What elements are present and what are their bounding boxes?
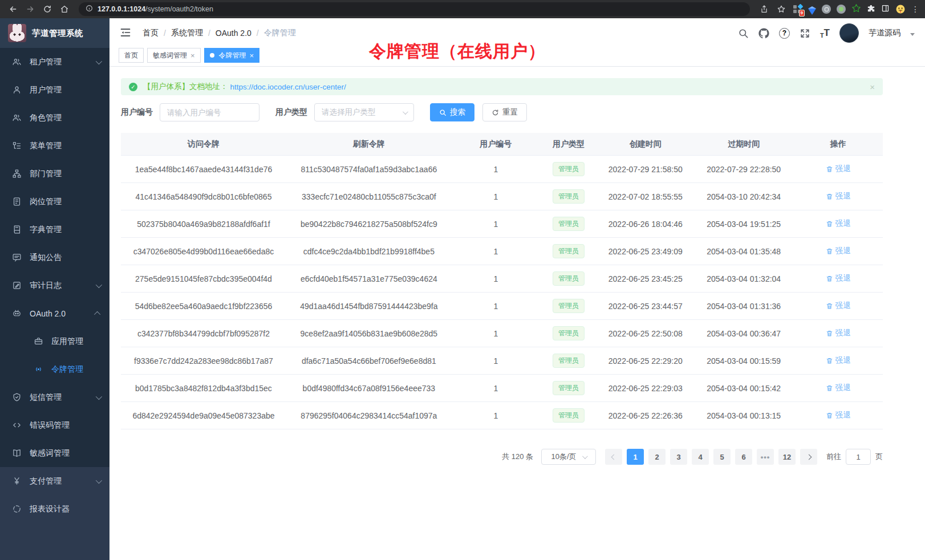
collapse-menu-icon[interactable] bbox=[120, 27, 132, 39]
sidebar-item-user[interactable]: 用户管理 bbox=[0, 76, 109, 104]
force-logout-button[interactable]: 强退 bbox=[826, 191, 851, 201]
github-icon[interactable] bbox=[758, 28, 769, 39]
font-size-icon[interactable]: TT bbox=[820, 27, 830, 39]
force-logout-button[interactable]: 强退 bbox=[826, 273, 851, 283]
alert-close-icon[interactable]: × bbox=[870, 82, 875, 92]
action-cell: 强退 bbox=[794, 246, 883, 257]
gem-extension-icon[interactable] bbox=[808, 9, 816, 15]
reset-button[interactable]: 重置 bbox=[482, 103, 527, 121]
tab-item[interactable]: 首页 bbox=[119, 48, 144, 63]
sidebar-item-tenant[interactable]: 租户管理 bbox=[0, 48, 109, 76]
force-logout-button[interactable]: 强退 bbox=[826, 218, 851, 229]
expire-time-cell: 2054-03-04 00:15:59 bbox=[694, 356, 794, 366]
sidebar-item-label: 角色管理 bbox=[30, 113, 62, 123]
sidebar-item-pay[interactable]: 支付管理 bbox=[0, 467, 109, 495]
next-page-button[interactable] bbox=[800, 449, 817, 465]
page-button-4[interactable]: 4 bbox=[692, 449, 709, 465]
share-icon[interactable] bbox=[757, 2, 772, 17]
access-token-cell: 275e5de9151045fe87cbdc395e004f4d bbox=[121, 274, 286, 283]
user-id-input[interactable] bbox=[160, 103, 259, 121]
last-page-button[interactable]: 12 bbox=[778, 449, 796, 465]
sidebar-item-post[interactable]: 岗位管理 bbox=[0, 188, 109, 216]
refresh-token-cell: 811c530487574fa0af1a59d3abc1aa66 bbox=[286, 165, 452, 174]
sidebar-item-role[interactable]: 角色管理 bbox=[0, 104, 109, 132]
home-icon[interactable] bbox=[57, 2, 72, 17]
created-time-cell: 2022-06-25 23:49:09 bbox=[597, 247, 694, 256]
sidebar-item-app[interactable]: 应用管理 bbox=[0, 327, 109, 355]
page-size-select[interactable]: 10条/页 bbox=[541, 449, 596, 465]
post-icon bbox=[11, 197, 22, 207]
user-type-cell: 管理员 bbox=[540, 271, 597, 286]
command-extension-icon[interactable] bbox=[822, 5, 831, 14]
breadcrumb-item[interactable]: 令牌管理 bbox=[264, 28, 296, 38]
sensitive-icon bbox=[11, 448, 22, 458]
fullscreen-icon[interactable] bbox=[800, 28, 810, 39]
sidebar-item-report[interactable]: 报表设计器 bbox=[0, 495, 109, 523]
recorder-extension-icon[interactable] bbox=[837, 5, 846, 14]
workspace-extension-icon[interactable]: 9 bbox=[793, 5, 802, 14]
user-type-badge: 管理员 bbox=[553, 354, 585, 368]
sidebar-item-notice[interactable]: 通知公告 bbox=[0, 244, 109, 271]
page-button-1[interactable]: 1 bbox=[627, 449, 644, 465]
force-logout-button[interactable]: 强退 bbox=[826, 164, 851, 174]
page-ellipsis[interactable]: ••• bbox=[757, 449, 774, 465]
close-icon[interactable]: × bbox=[190, 51, 195, 60]
user-avatar[interactable] bbox=[839, 23, 859, 43]
access-token-cell: c347026e805e4d99b0d116eae66eda8c bbox=[121, 247, 286, 256]
created-time-cell: 2022-06-25 22:29:20 bbox=[597, 356, 694, 366]
tab-item[interactable]: 敏感词管理× bbox=[147, 48, 201, 63]
chevron-down-icon[interactable] bbox=[910, 33, 915, 36]
user-type-cell: 管理员 bbox=[540, 381, 597, 395]
user-type-badge: 管理员 bbox=[553, 244, 585, 258]
force-logout-button[interactable]: 强退 bbox=[826, 246, 851, 256]
green-star-extension-icon[interactable] bbox=[851, 3, 861, 15]
user-id-cell: 1 bbox=[452, 302, 540, 311]
expire-time-cell: 2022-07-29 22:28:50 bbox=[694, 165, 794, 174]
sidebar-item-errcode[interactable]: 错误码管理 bbox=[0, 411, 109, 439]
reload-icon[interactable] bbox=[40, 2, 55, 17]
action-cell: 强退 bbox=[794, 164, 883, 175]
search-button[interactable]: 搜索 bbox=[430, 103, 474, 121]
puzzle-extension-icon[interactable] bbox=[867, 4, 875, 15]
breadcrumb-item[interactable]: 首页 bbox=[143, 28, 159, 38]
user-type-select[interactable]: 请选择用户类型 bbox=[314, 103, 414, 121]
force-logout-button[interactable]: 强退 bbox=[826, 410, 851, 420]
force-logout-button[interactable]: 强退 bbox=[826, 328, 851, 338]
force-logout-button[interactable]: 强退 bbox=[826, 383, 851, 393]
close-icon[interactable]: × bbox=[250, 51, 254, 60]
tab-active-item[interactable]: 令牌管理× bbox=[204, 48, 260, 63]
breadcrumb-item[interactable]: 系统管理 bbox=[171, 28, 203, 38]
site-info-icon[interactable] bbox=[86, 5, 93, 14]
address-bar[interactable]: 127.0.0.1:1024/system/oauth2/token bbox=[79, 2, 750, 16]
sidebar-item-dict[interactable]: 字典管理 bbox=[0, 216, 109, 244]
page-button-5[interactable]: 5 bbox=[713, 449, 731, 465]
bookmark-star-icon[interactable] bbox=[774, 2, 789, 17]
page-button-6[interactable]: 6 bbox=[735, 449, 752, 465]
user-type-badge: 管理员 bbox=[553, 271, 585, 286]
sidebar-item-audit[interactable]: 审计日志 bbox=[0, 271, 109, 299]
goto-page-input[interactable] bbox=[846, 449, 871, 465]
browser-menu-icon[interactable]: ⋮ bbox=[911, 5, 917, 14]
sidebar-item-sensitive[interactable]: 敏感词管理 bbox=[0, 439, 109, 467]
profile-avatar-emoji[interactable] bbox=[895, 4, 906, 14]
sidebar-item-dept[interactable]: 部门管理 bbox=[0, 160, 109, 188]
alert-text: 【用户体系】文档地址： bbox=[143, 82, 228, 92]
force-logout-button[interactable]: 强退 bbox=[826, 301, 851, 311]
doc-link[interactable]: https://doc.iocoder.cn/user-center/ bbox=[230, 83, 346, 91]
page-button-2[interactable]: 2 bbox=[648, 449, 666, 465]
force-logout-button[interactable]: 强退 bbox=[826, 355, 851, 366]
help-icon[interactable]: ? bbox=[779, 28, 790, 39]
table-row: c347026e805e4d99b0d116eae66eda8c cdfc4ce… bbox=[121, 238, 883, 265]
sidebar-item-menu[interactable]: 菜单管理 bbox=[0, 132, 109, 160]
sidebar-item-oauth[interactable]: OAuth 2.0 bbox=[0, 299, 109, 327]
sidebar-item-token[interactable]: 令牌管理 bbox=[0, 355, 109, 383]
prev-page-button[interactable] bbox=[605, 449, 622, 465]
sidebar-item-sms[interactable]: 短信管理 bbox=[0, 383, 109, 411]
refresh-token-cell: be90422b8c7946218275a508bf524fc9 bbox=[286, 220, 452, 229]
side-panel-icon[interactable] bbox=[881, 4, 890, 15]
search-icon[interactable] bbox=[738, 28, 749, 39]
back-icon[interactable] bbox=[6, 2, 21, 17]
page-button-3[interactable]: 3 bbox=[670, 449, 687, 465]
breadcrumb-item[interactable]: OAuth 2.0 bbox=[216, 29, 251, 38]
forward-icon[interactable] bbox=[23, 2, 38, 17]
